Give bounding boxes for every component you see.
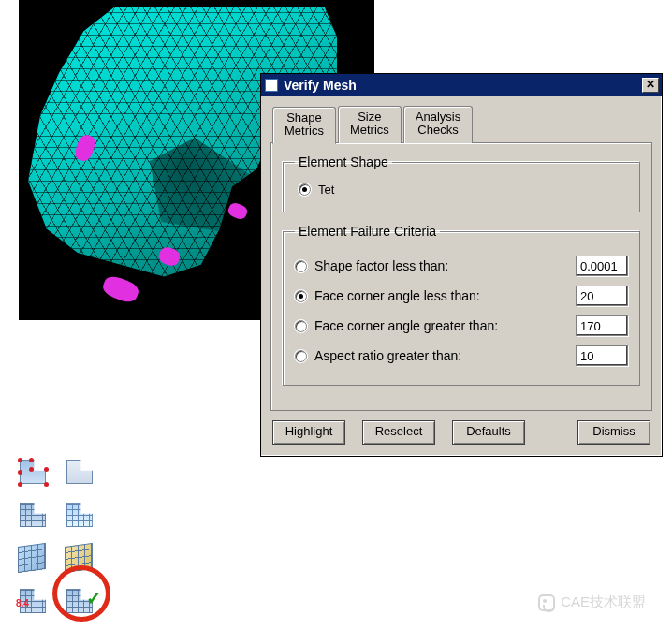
tab-label: Shape — [286, 110, 322, 125]
mesh-region-icon[interactable] — [63, 499, 98, 531]
tab-label: Size — [358, 110, 381, 124]
close-button[interactable]: ✕ — [642, 78, 659, 93]
seed-part-icon[interactable] — [16, 456, 51, 488]
watermark-text: CAE技术联盟 — [561, 593, 646, 611]
criteria-label: Face corner angle less than: — [314, 288, 576, 303]
corner-angle-gt-field[interactable] — [576, 315, 628, 336]
wechat-icon — [538, 594, 555, 611]
failure-criteria-group: Element Failure Criteria Shape factor le… — [283, 224, 640, 386]
aspect-ratio-field[interactable] — [576, 345, 628, 366]
window-icon — [265, 79, 278, 92]
criteria-label: Shape factor less than: — [314, 258, 576, 273]
titlebar[interactable]: Verify Mesh ✕ — [261, 74, 662, 96]
window-title: Verify Mesh — [284, 78, 357, 93]
tab-analysis-checks[interactable]: Analysis Checks — [403, 106, 473, 143]
seed-size-icon[interactable]: 8.4 — [16, 585, 51, 617]
radio-corner-angle-lt[interactable] — [295, 290, 307, 302]
radio-corner-angle-gt[interactable] — [295, 320, 307, 332]
tab-label: Analysis — [416, 110, 460, 124]
radio-aspect-ratio[interactable] — [295, 350, 307, 362]
defaults-button[interactable]: Defaults — [452, 420, 525, 445]
verify-mesh-dialog: Verify Mesh ✕ Shape Metrics Size Metrics… — [260, 73, 663, 457]
tab-shape-metrics[interactable]: Shape Metrics — [272, 107, 336, 144]
shape-factor-field[interactable] — [576, 256, 628, 276]
dismiss-button[interactable]: Dismiss — [577, 420, 650, 445]
highlight-button[interactable]: Highlight — [272, 420, 345, 445]
criteria-label: Aspect ratio greater than: — [314, 348, 576, 363]
failed-element-marker — [100, 273, 140, 305]
criteria-label: Face corner angle greater than: — [314, 318, 576, 333]
highlight-circle — [52, 565, 110, 622]
radio-label: Tet — [318, 183, 334, 197]
radio-tet[interactable] — [299, 183, 311, 196]
watermark: CAE技术联盟 — [538, 593, 646, 611]
mesh-part-icon[interactable] — [16, 499, 51, 531]
tab-label: Metrics — [285, 124, 324, 138]
reselect-button[interactable]: Reselect — [362, 420, 435, 445]
tab-label: Checks — [417, 123, 458, 137]
corner-angle-lt-field[interactable] — [576, 286, 628, 306]
seed-edge-icon[interactable] — [63, 456, 98, 488]
tab-size-metrics[interactable]: Size Metrics — [338, 106, 402, 143]
assign-element-type-icon[interactable] — [16, 542, 51, 574]
tab-strip: Shape Metrics Size Metrics Analysis Chec… — [272, 106, 652, 143]
group-legend: Element Shape — [295, 154, 392, 169]
tab-panel: Element Shape Tet Element Failure Criter… — [270, 142, 652, 411]
radio-shape-factor[interactable] — [295, 260, 307, 272]
element-shape-group: Element Shape Tet — [283, 154, 640, 212]
failed-element-marker — [226, 201, 249, 221]
group-legend: Element Failure Criteria — [295, 224, 440, 239]
tab-label: Metrics — [350, 123, 389, 137]
